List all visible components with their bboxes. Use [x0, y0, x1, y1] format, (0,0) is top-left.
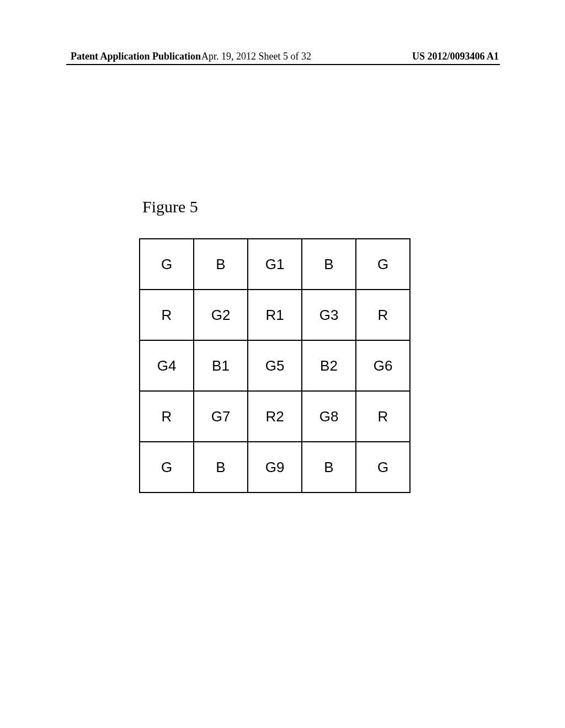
header-divider: [66, 64, 500, 65]
grid-cell: R2: [248, 391, 302, 442]
table-row: G B G9 B G: [140, 442, 410, 493]
page-header: Patent Application Publication Apr. 19, …: [0, 51, 565, 62]
grid-cell: G9: [248, 442, 302, 493]
grid-cell: B: [194, 442, 248, 493]
grid-cell: G5: [248, 340, 302, 391]
table-row: G4 B1 G5 B2 G6: [140, 340, 410, 391]
grid-cell: R: [140, 391, 194, 442]
grid-cell: B: [302, 239, 356, 290]
header-date-sheet: Apr. 19, 2012 Sheet 5 of 32: [201, 51, 311, 62]
grid-cell: R: [356, 391, 410, 442]
grid-cell: B: [194, 239, 248, 290]
grid-cell: B2: [302, 340, 356, 391]
header-publication-type: Patent Application Publication: [71, 51, 201, 62]
grid-cell: G4: [140, 340, 194, 391]
figure-label: Figure 5: [142, 197, 198, 216]
grid-cell: R1: [248, 290, 302, 340]
grid-cell: B1: [194, 340, 248, 391]
grid-cell: G1: [248, 239, 302, 290]
pixel-grid-table: G B G1 B G R G2 R1 G3 R G4 B1 G5 B2 G6 R…: [139, 238, 411, 493]
grid-cell: G: [140, 442, 194, 493]
grid-cell: G8: [302, 391, 356, 442]
grid-cell: G3: [302, 290, 356, 340]
grid-cell: G: [356, 239, 410, 290]
grid-cell: R: [356, 290, 410, 340]
grid-cell: G7: [194, 391, 248, 442]
table-row: R G2 R1 G3 R: [140, 290, 410, 340]
grid-cell: G6: [356, 340, 410, 391]
header-publication-number: US 2012/0093406 A1: [412, 51, 499, 62]
grid-cell: R: [140, 290, 194, 340]
grid-cell: G: [356, 442, 410, 493]
grid-cell: G2: [194, 290, 248, 340]
grid-cell: B: [302, 442, 356, 493]
table-row: G B G1 B G: [140, 239, 410, 290]
grid-cell: G: [140, 239, 194, 290]
table-row: R G7 R2 G8 R: [140, 391, 410, 442]
